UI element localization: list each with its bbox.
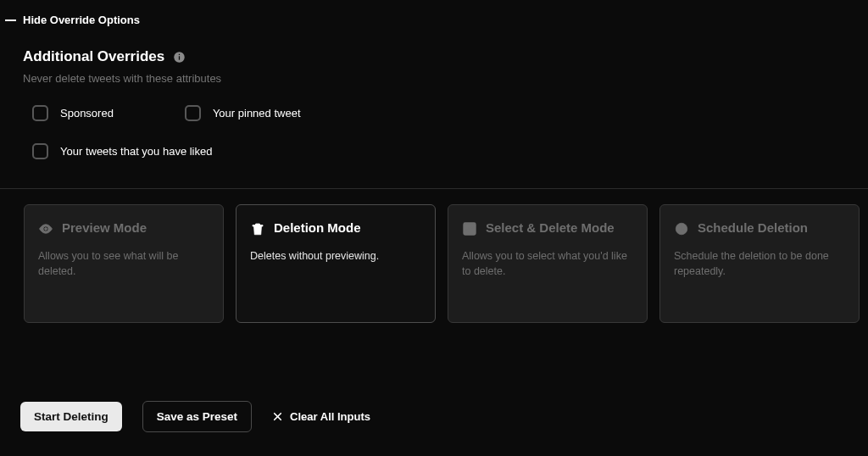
svg-rect-2 — [179, 53, 180, 54]
svg-rect-1 — [179, 56, 180, 59]
checkbox-icon — [185, 105, 201, 121]
mode-deletion-title: Deletion Mode — [274, 220, 361, 236]
overrides-subtitle: Never delete tweets with these attribute… — [0, 65, 868, 85]
clear-all-label: Clear All Inputs — [290, 410, 370, 423]
save-preset-button[interactable]: Save as Preset — [142, 401, 252, 432]
checkbox-icon — [32, 143, 48, 159]
mode-preview-desc: Allows you to see what will be deleted. — [38, 236, 209, 279]
checkbox-sponsored-label: Sponsored — [60, 107, 114, 120]
info-icon[interactable] — [173, 51, 186, 64]
checkbox-liked-label: Your tweets that you have liked — [60, 145, 212, 158]
checkbox-pinned[interactable]: Your pinned tweet — [185, 105, 301, 121]
mode-schedule-title: Schedule Deletion — [698, 220, 808, 236]
mode-card-schedule[interactable]: Schedule Deletion Schedule the deletion … — [659, 204, 860, 323]
collapse-icon — [5, 19, 16, 21]
checkbox-pinned-label: Your pinned tweet — [213, 107, 301, 120]
svg-rect-5 — [259, 228, 259, 233]
checkmark-box-icon — [462, 221, 477, 236]
checkbox-liked[interactable]: Your tweets that you have liked — [32, 143, 212, 159]
svg-point-3 — [45, 228, 47, 231]
eye-icon — [38, 221, 53, 236]
close-icon — [272, 411, 283, 422]
mode-card-deletion[interactable]: Deletion Mode Deletes without previewing… — [236, 204, 436, 323]
mode-select-title: Select & Delete Mode — [486, 220, 615, 236]
mode-schedule-desc: Schedule the deletion to be done repeate… — [674, 236, 845, 279]
clear-all-button[interactable]: Clear All Inputs — [272, 410, 370, 423]
mode-card-preview[interactable]: Preview Mode Allows you to see what will… — [24, 204, 224, 323]
checkbox-sponsored[interactable]: Sponsored — [32, 105, 114, 121]
checkbox-icon — [32, 105, 48, 121]
mode-select-desc: Allows you to select what you'd like to … — [462, 236, 633, 279]
clock-icon — [674, 221, 689, 236]
mode-deletion-desc: Deletes without previewing. — [250, 236, 421, 264]
additional-overrides-title: Additional Overrides — [23, 48, 164, 65]
mode-card-select[interactable]: Select & Delete Mode Allows you to selec… — [448, 204, 648, 323]
hide-override-toggle[interactable]: Hide Override Options — [0, 0, 868, 26]
mode-preview-title: Preview Mode — [62, 220, 147, 236]
trash-icon — [250, 221, 265, 236]
svg-rect-4 — [256, 228, 257, 233]
hide-override-label: Hide Override Options — [23, 14, 140, 26]
start-deleting-button[interactable]: Start Deleting — [20, 402, 122, 431]
